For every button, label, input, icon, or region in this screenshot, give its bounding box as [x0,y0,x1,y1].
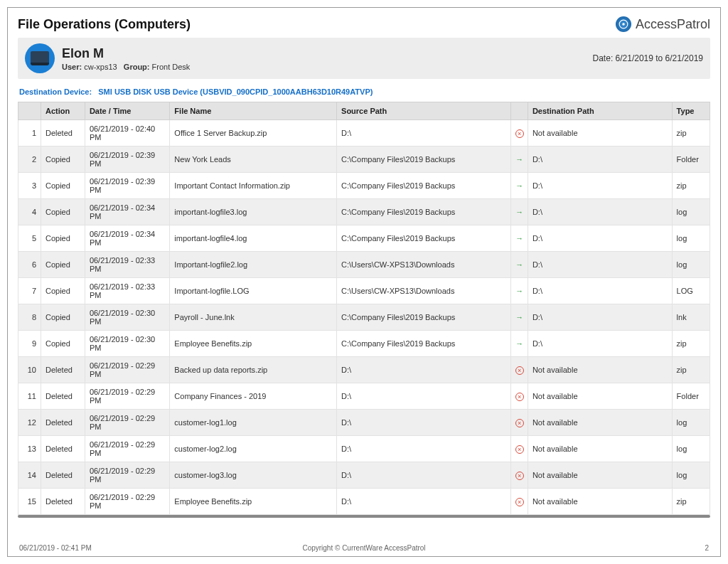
table-row: 5Copied06/21/2019 - 02:34 PMimportant-lo… [18,225,710,252]
brand-name: AccessPatrol [636,17,710,32]
cell-action: Copied [41,304,85,331]
cell-source: C:\Company Files\2019 Backups [337,173,511,199]
table-row: 6Copied06/21/2019 - 02:33 PMImportant-lo… [18,252,710,278]
cell-status-icon: → [511,252,528,278]
cell-type: zip [672,331,710,357]
cell-type: lnk [672,304,710,331]
cell-destination: Not available [528,357,672,383]
blocked-icon: × [515,472,524,480]
cell-type: log [672,462,710,489]
cell-index: 7 [18,278,41,304]
cell-index: 6 [18,252,41,278]
blocked-icon: × [515,129,524,138]
cell-index: 12 [18,410,41,436]
table-row: 13Deleted06/21/2019 - 02:29 PMcustomer-l… [18,436,710,462]
cell-destination: Not available [528,383,672,410]
cell-destination: D:\ [528,331,672,357]
cell-source: D:\ [337,410,511,436]
arrow-right-icon: → [515,312,525,322]
cell-index: 15 [18,489,41,515]
arrow-right-icon: → [515,233,525,243]
cell-destination: D:\ [528,147,672,173]
cell-datetime: 06/21/2019 - 02:29 PM [85,357,169,383]
cell-source: D:\ [337,357,511,383]
cell-action: Copied [41,147,85,173]
cell-filename: Payroll - June.lnk [170,304,337,331]
report-footer: 06/21/2019 - 02:41 PM Copyright © Curren… [18,540,710,552]
cell-action: Copied [41,173,85,199]
report-title: File Operations (Computers) [18,17,191,32]
footer-timestamp: 06/21/2019 - 02:41 PM [19,544,92,552]
table-row: 14Deleted06/21/2019 - 02:29 PMcustomer-l… [18,462,710,489]
col-source: Source Path [337,102,511,120]
cell-source: D:\ [337,383,511,410]
cell-type: log [672,436,710,462]
col-index [18,102,41,120]
col-filename: File Name [170,102,337,120]
cell-status-icon: × [511,120,528,147]
cell-status-icon: → [511,147,528,173]
cell-datetime: 06/21/2019 - 02:34 PM [85,199,169,225]
cell-status-icon: × [511,383,528,410]
cell-source: C:\Users\CW-XPS13\Downloads [337,278,511,304]
cell-filename: customer-log3.log [170,462,337,489]
cell-source: D:\ [337,436,511,462]
arrow-right-icon: → [515,154,525,164]
col-destination: Destination Path [528,102,672,120]
blocked-icon: × [515,419,524,427]
cell-source: C:\Company Files\2019 Backups [337,225,511,252]
user-label: User: [62,63,82,71]
cell-status-icon: → [511,278,528,304]
report-page: File Operations (Computers) AccessPatrol… [7,7,721,557]
cell-index: 9 [18,331,41,357]
table-row: 1Deleted06/21/2019 - 02:40 PMOffice 1 Se… [18,120,710,147]
cell-action: Deleted [41,462,85,489]
cell-source: C:\Company Files\2019 Backups [337,199,511,225]
cell-index: 5 [18,225,41,252]
cell-destination: D:\ [528,304,672,331]
cell-status-icon: → [511,199,528,225]
cell-index: 2 [18,147,41,173]
cell-filename: Employee Benefits.zip [170,331,337,357]
cell-type: LOG [672,278,710,304]
cell-destination: Not available [528,462,672,489]
cell-index: 13 [18,436,41,462]
table-row: 7Copied06/21/2019 - 02:33 PMImportant-lo… [18,278,710,304]
cell-filename: Important Contact Information.zip [170,173,337,199]
user-name: Elon M [62,46,190,61]
cell-datetime: 06/21/2019 - 02:29 PM [85,462,169,489]
cell-filename: Important-logfile.LOG [170,278,337,304]
cell-source: C:\Company Files\2019 Backups [337,331,511,357]
table-row: 15Deleted06/21/2019 - 02:29 PMEmployee B… [18,489,710,515]
cell-action: Copied [41,225,85,252]
group-label: Group: [124,63,150,71]
cell-index: 8 [18,304,41,331]
report-header: File Operations (Computers) AccessPatrol [18,16,710,38]
cell-filename: Company Finances - 2019 [170,383,337,410]
cell-index: 11 [18,383,41,410]
cell-source: D:\ [337,120,511,147]
date-range: Date: 6/21/2019 to 6/21/2019 [593,53,703,63]
file-operations-table: Action Date / Time File Name Source Path… [18,102,710,515]
group-value: Front Desk [152,63,191,71]
cell-destination: D:\ [528,225,672,252]
user-block: Elon M User: cw-xps13 Group: Front Desk … [18,38,710,79]
cell-index: 4 [18,199,41,225]
table-row: 10Deleted06/21/2019 - 02:29 PMBacked up … [18,357,710,383]
col-status-icon [511,102,528,120]
cell-status-icon: × [511,436,528,462]
cell-action: Deleted [41,436,85,462]
table-row: 12Deleted06/21/2019 - 02:29 PMcustomer-l… [18,410,710,436]
accesspatrol-logo-icon [616,16,631,32]
table-row: 9Copied06/21/2019 - 02:30 PMEmployee Ben… [18,331,710,357]
cell-index: 10 [18,357,41,383]
blocked-icon: × [515,366,524,375]
user-left: Elon M User: cw-xps13 Group: Front Desk [25,43,190,73]
cell-type: zip [672,120,710,147]
blocked-icon: × [515,498,524,506]
computer-icon [25,43,55,73]
device-label: Destination Device: [19,87,92,96]
table-header-row: Action Date / Time File Name Source Path… [18,102,710,120]
table-row: 3Copied06/21/2019 - 02:39 PMImportant Co… [18,173,710,199]
cell-status-icon: × [511,462,528,489]
